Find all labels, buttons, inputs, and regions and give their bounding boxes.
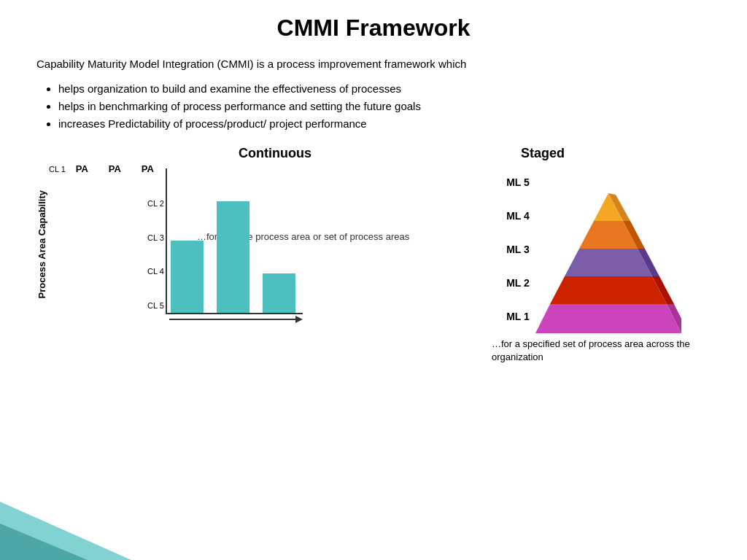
y-tick-label: CL 5 (49, 302, 164, 310)
chart-bar (171, 241, 204, 313)
y-ticks: CL 5CL 4CL 3CL 2CL 1PAPAPA (49, 164, 164, 324)
y-tick-label: CL 4 (49, 268, 164, 276)
pyramid-level-label: ML 2 (506, 266, 530, 300)
pyramid-svg (535, 166, 681, 333)
pyramid-labels: ML 5ML 4ML 3ML 2ML 1 (506, 166, 530, 333)
svg-marker-0 (535, 304, 681, 333)
bullet-item: helps organization to build and examine … (58, 80, 711, 98)
pyramid-level-label: ML 5 (506, 166, 530, 199)
y-tick-label: CL 2 (49, 200, 164, 208)
pyramid-level-label: ML 4 (506, 199, 530, 233)
bars-row (166, 168, 303, 314)
staged-note: …for a specified set of process area acr… (492, 338, 711, 364)
svg-marker-4 (565, 249, 652, 276)
chart-bar (217, 201, 249, 313)
x-axis-label: PA (66, 164, 98, 174)
bullet-list: helps organization to build and examine … (58, 80, 711, 133)
description-text: Capability Maturity Model Integration (C… (36, 56, 711, 71)
x-axis-label: PA (131, 164, 164, 174)
y-tick-label: CL 1PAPAPA (49, 164, 164, 174)
x-axis-label: PA (98, 164, 131, 174)
bottom-section: Continuous Process Area Capability CL 5C… (36, 146, 711, 364)
pyramid-wrapper: ML 5ML 4ML 3ML 2ML 1 (506, 166, 681, 333)
page-title: CMMI Framework (36, 15, 711, 42)
pyramid-level-label: ML 1 (506, 300, 530, 333)
chart-bar (263, 273, 295, 313)
bullet-item: helps in benchmarking of process perform… (58, 98, 711, 115)
continuous-section: Continuous Process Area Capability CL 5C… (36, 146, 470, 244)
y-tick-label: CL 3 (49, 234, 164, 242)
page: CMMI Framework Capability Maturity Model… (0, 0, 747, 560)
staged-section: Staged ML 5ML 4ML 3ML 2ML 1 (477, 146, 711, 364)
svg-marker-2 (550, 276, 667, 304)
staged-title: Staged (521, 146, 565, 161)
pyramid-level-label: ML 3 (506, 233, 530, 266)
bottom-decoration (0, 502, 131, 560)
continuous-title: Continuous (80, 146, 470, 161)
bullet-item: increases Predictability of process/prod… (58, 115, 711, 133)
y-axis-label: Process Area Capability (36, 190, 47, 298)
